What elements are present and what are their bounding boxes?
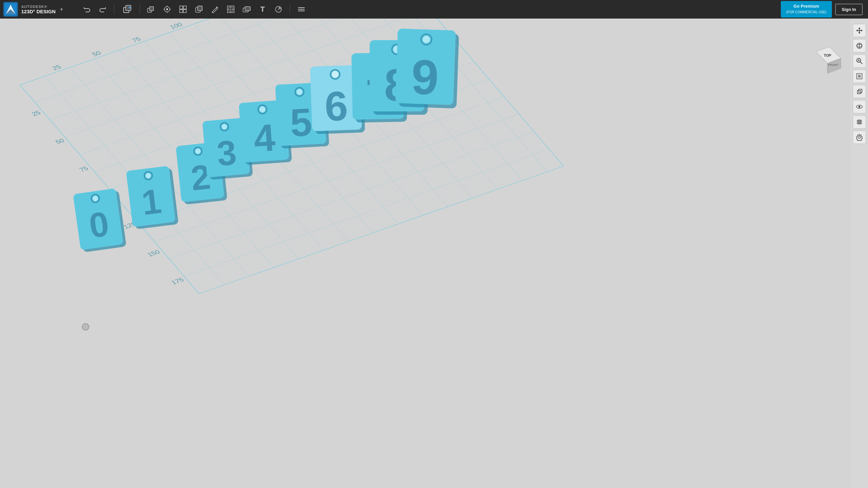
visibility-tool-button[interactable] bbox=[853, 100, 866, 113]
toolbar-main: T bbox=[73, 2, 781, 17]
svg-line-121 bbox=[860, 62, 863, 64]
svg-marker-113 bbox=[858, 27, 860, 29]
svg-text:FRONT: FRONT bbox=[828, 63, 838, 67]
primitives-button[interactable] bbox=[144, 2, 158, 17]
logo-name: 123D° DESIGN bbox=[21, 9, 56, 14]
svg-rect-9 bbox=[150, 7, 154, 10]
premium-line2: (FOR COMMERCIAL USE) bbox=[786, 10, 826, 14]
svg-point-140 bbox=[858, 136, 861, 139]
separator-3 bbox=[290, 4, 290, 14]
svg-text:3: 3 bbox=[215, 133, 238, 173]
new-button[interactable] bbox=[118, 2, 135, 17]
svg-rect-16 bbox=[180, 6, 183, 9]
svg-text:TOP: TOP bbox=[824, 53, 831, 57]
logo-autodesk: AUTODESK® bbox=[21, 5, 56, 9]
transform-button[interactable] bbox=[176, 2, 190, 17]
svg-rect-17 bbox=[183, 6, 186, 9]
svg-rect-19 bbox=[183, 10, 186, 12]
svg-rect-21 bbox=[197, 6, 202, 10]
header: AUTODESK® 123D° DESIGN ▾ bbox=[0, 0, 868, 19]
fit-tool-button[interactable] bbox=[853, 70, 866, 83]
right-tools bbox=[851, 19, 868, 488]
text-button[interactable]: T bbox=[255, 2, 270, 17]
settings-tool-button[interactable] bbox=[853, 131, 866, 144]
logo-dropdown-icon[interactable]: ▾ bbox=[60, 7, 63, 12]
construct-button[interactable] bbox=[223, 2, 238, 17]
svg-text:6: 6 bbox=[324, 83, 348, 129]
svg-rect-28 bbox=[245, 7, 250, 10]
header-right: Go Premium (FOR COMMERCIAL USE) Sign In bbox=[781, 1, 868, 18]
premium-line1: Go Premium bbox=[794, 4, 819, 9]
grid-display-button[interactable] bbox=[853, 115, 866, 129]
modify-button[interactable] bbox=[239, 2, 254, 17]
view-cube[interactable]: TOP FRONT bbox=[808, 38, 847, 78]
scene: 25 50 75 100 125 150 175 25 50 75 100 12… bbox=[0, 19, 868, 488]
svg-marker-114 bbox=[858, 32, 860, 34]
orbit-tool-button[interactable] bbox=[853, 39, 866, 52]
perspective-tool-button[interactable] bbox=[853, 85, 866, 98]
logo-text: AUTODESK® 123D° DESIGN bbox=[21, 5, 56, 14]
origin-point bbox=[82, 324, 89, 330]
svg-marker-115 bbox=[856, 30, 858, 31]
svg-point-31 bbox=[278, 9, 279, 10]
tag-9: 9 bbox=[395, 29, 459, 109]
sketch-button[interactable] bbox=[208, 2, 222, 17]
snap-button[interactable] bbox=[160, 2, 175, 17]
zoom-tool-button[interactable] bbox=[853, 54, 866, 68]
svg-rect-125 bbox=[858, 75, 861, 78]
tag-1: 1 bbox=[126, 165, 179, 230]
svg-point-133 bbox=[858, 106, 860, 108]
group-button[interactable] bbox=[192, 2, 206, 17]
undo-button[interactable] bbox=[80, 2, 94, 17]
layers-button[interactable] bbox=[294, 2, 309, 17]
separator-1 bbox=[114, 4, 114, 14]
svg-marker-116 bbox=[861, 30, 863, 31]
svg-point-11 bbox=[166, 8, 168, 10]
go-premium-button[interactable]: Go Premium (FOR COMMERCIAL USE) bbox=[781, 1, 832, 18]
svg-text:9: 9 bbox=[410, 50, 440, 105]
separator-2 bbox=[140, 4, 140, 14]
tag-0: 0 bbox=[73, 188, 126, 253]
logo-area: AUTODESK® 123D° DESIGN ▾ bbox=[0, 2, 73, 17]
canvas-area: 25 50 75 100 125 150 175 25 50 75 100 12… bbox=[0, 19, 868, 488]
pan-tool-button[interactable] bbox=[853, 24, 866, 37]
svg-rect-18 bbox=[180, 10, 183, 12]
redo-button[interactable] bbox=[95, 2, 110, 17]
logo-icon bbox=[3, 2, 18, 17]
svg-text:4: 4 bbox=[252, 116, 277, 160]
sign-in-button[interactable]: Sign In bbox=[835, 4, 863, 15]
measure-button[interactable] bbox=[271, 2, 286, 17]
svg-text:5: 5 bbox=[289, 100, 313, 145]
